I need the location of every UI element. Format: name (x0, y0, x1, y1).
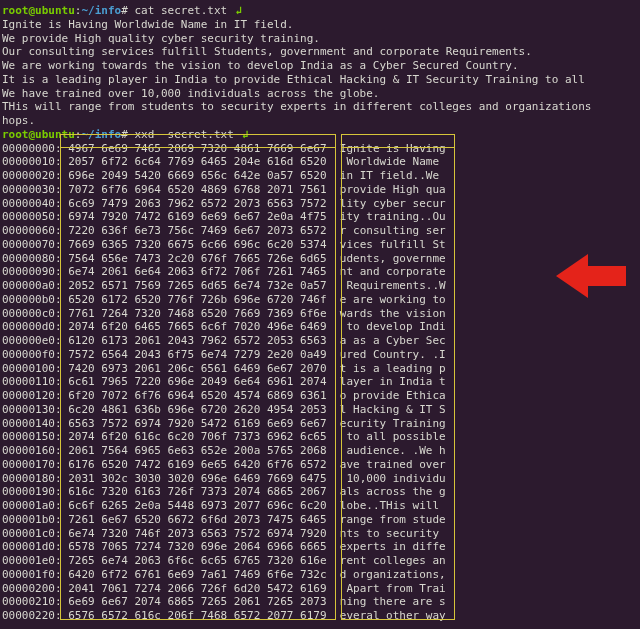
xxd-offset: 000001f0: (2, 568, 62, 581)
xxd-ascii: e are working to (340, 293, 446, 306)
xxd-offset: 00000220: (2, 609, 62, 622)
xxd-row: 00000210: 6e69 6e67 2074 6865 7265 2061 … (2, 595, 640, 609)
xxd-offset: 000000c0: (2, 307, 62, 320)
xxd-offset: 00000130: (2, 403, 62, 416)
xxd-hex: 6c20 4861 636b 696e 6720 2620 4954 2053 (68, 403, 326, 416)
xxd-ascii: 10,000 individu (340, 472, 446, 485)
xxd-hex: 2074 6f20 6465 7665 6c6f 7020 496e 6469 (68, 320, 326, 333)
xxd-offset: 00000140: (2, 417, 62, 430)
xxd-hex: 7072 6f76 6964 6520 4869 6768 2071 7561 (68, 183, 326, 196)
cat-output-line: THis will range from students to securit… (2, 100, 640, 114)
xxd-row: 00000190: 616c 7320 6163 726f 7373 2074 … (2, 485, 640, 499)
cat-output-line: Our consulting services fulfill Students… (2, 45, 640, 59)
xxd-row: 00000040: 6c69 7479 2063 7962 6572 2073 … (2, 197, 640, 211)
xxd-ascii: lobe..THis will (340, 499, 446, 512)
xxd-hex: 4967 6e69 7465 2069 7320 4861 7669 6e67 (68, 142, 326, 155)
cat-output-line: We provide High quality cyber security t… (2, 32, 640, 46)
xxd-row: 00000130: 6c20 4861 636b 696e 6720 2620 … (2, 403, 640, 417)
xxd-row: 000000f0: 7572 6564 2043 6f75 6e74 7279 … (2, 348, 640, 362)
xxd-row: 00000060: 7220 636f 6e73 756c 7469 6e67 … (2, 224, 640, 238)
xxd-hex: 7420 6973 2061 206c 6561 6469 6e67 2070 (68, 362, 326, 375)
xxd-ascii: experts in diffe (340, 540, 446, 553)
xxd-ascii: Worldwide Name (340, 155, 446, 168)
xxd-row: 00000050: 6974 7920 7472 6169 6e69 6e67 … (2, 210, 640, 224)
xxd-offset: 00000170: (2, 458, 62, 471)
xxd-offset: 00000110: (2, 375, 62, 388)
xxd-ascii: lity cyber secur (340, 197, 446, 210)
prompt-user-host: root@ubuntu (2, 4, 75, 17)
xxd-ascii: rent colleges an (340, 554, 446, 567)
xxd-row: 00000170: 6176 6520 7472 6169 6e65 6420 … (2, 458, 640, 472)
xxd-row: 000000c0: 7761 7264 7320 7468 6520 7669 … (2, 307, 640, 321)
xxd-offset: 00000010: (2, 155, 62, 168)
xxd-offset: 00000080: (2, 252, 62, 265)
xxd-row: 000001a0: 6c6f 6265 2e0a 5448 6973 2077 … (2, 499, 640, 513)
xxd-hex: 696e 2049 5420 6669 656c 642e 0a57 6520 (68, 169, 326, 182)
xxd-hex: 7265 6e74 2063 6f6c 6c65 6765 7320 616e (68, 554, 326, 567)
cat-output-line: We are working towards the vision to dev… (2, 59, 640, 73)
command-line-2: root@ubuntu:~/info# xxd secret.txt↲ (2, 128, 640, 142)
xxd-offset: 000001e0: (2, 554, 62, 567)
xxd-row: 00000030: 7072 6f76 6964 6520 4869 6768 … (2, 183, 640, 197)
xxd-hex: 6578 7065 7274 7320 696e 2064 6966 6665 (68, 540, 326, 553)
xxd-row: 00000110: 6c61 7965 7220 696e 2049 6e64 … (2, 375, 640, 389)
xxd-hex: 6576 6572 616c 206f 7468 6572 2077 6179 (68, 609, 326, 622)
xxd-row: 00000140: 6563 7572 6974 7920 5472 6169 … (2, 417, 640, 431)
xxd-offset: 000000a0: (2, 279, 62, 292)
cursor-icon: ↲ (235, 4, 242, 18)
prompt-path: ~/info (81, 128, 121, 141)
xxd-offset: 000000b0: (2, 293, 62, 306)
xxd-row: 00000020: 696e 2049 5420 6669 656c 642e … (2, 169, 640, 183)
command-text: xxd secret.txt (134, 128, 233, 141)
xxd-hex: 6563 7572 6974 7920 5472 6169 6e69 6e67 (68, 417, 326, 430)
xxd-offset: 00000000: (2, 142, 62, 155)
xxd-row: 000000a0: 2052 6571 7569 7265 6d65 6e74 … (2, 279, 640, 293)
xxd-hex: 2074 6f20 616c 6c20 706f 7373 6962 6c65 (68, 430, 326, 443)
xxd-row: 00000120: 6f20 7072 6f76 6964 6520 4574 … (2, 389, 640, 403)
xxd-hex: 6e74 7320 746f 2073 6563 7572 6974 7920 (68, 527, 326, 540)
xxd-ascii: t is a leading p (340, 362, 446, 375)
xxd-ascii: d organizations, (340, 568, 446, 581)
xxd-row: 00000090: 6e74 2061 6e64 2063 6f72 706f … (2, 265, 640, 279)
xxd-hex: 6c69 7479 2063 7962 6572 2073 6563 7572 (68, 197, 326, 210)
xxd-hex: 7261 6e67 6520 6672 6f6d 2073 7475 6465 (68, 513, 326, 526)
command-text: cat secret.txt (134, 4, 227, 17)
xxd-ascii: in IT field..We (340, 169, 446, 182)
xxd-ascii: to develop Indi (340, 320, 446, 333)
xxd-offset: 000001b0: (2, 513, 62, 526)
xxd-ascii: ning there are s (340, 595, 446, 608)
xxd-hex: 7564 656e 7473 2c20 676f 7665 726e 6d65 (68, 252, 326, 265)
xxd-ascii: udents, governme (340, 252, 446, 265)
xxd-hex: 2041 7061 7274 2066 726f 6d20 5472 6169 (68, 582, 326, 595)
xxd-offset: 00000210: (2, 595, 62, 608)
xxd-row: 00000220: 6576 6572 616c 206f 7468 6572 … (2, 609, 640, 623)
xxd-hex: 6e69 6e67 2074 6865 7265 2061 7265 2073 (68, 595, 326, 608)
xxd-hex: 6c6f 6265 2e0a 5448 6973 2077 696c 6c20 (68, 499, 326, 512)
xxd-ascii: ity training..Ou (340, 210, 446, 223)
xxd-offset: 00000160: (2, 444, 62, 457)
xxd-offset: 00000120: (2, 389, 62, 402)
xxd-hex: 6120 6173 2061 2043 7962 6572 2053 6563 (68, 334, 326, 347)
xxd-offset: 00000030: (2, 183, 62, 196)
xxd-ascii: everal other way (340, 609, 446, 622)
xxd-ascii: o provide Ethica (340, 389, 446, 402)
xxd-row: 00000150: 2074 6f20 616c 6c20 706f 7373 … (2, 430, 640, 444)
xxd-ascii: Requirements..W (340, 279, 446, 292)
xxd-hex: 616c 7320 6163 726f 7373 2074 6865 2067 (68, 485, 326, 498)
xxd-ascii: ecurity Training (340, 417, 446, 430)
command-line-1: root@ubuntu:~/info# cat secret.txt↲ (2, 4, 640, 18)
xxd-hex: 7220 636f 6e73 756c 7469 6e67 2073 6572 (68, 224, 326, 237)
xxd-row: 00000100: 7420 6973 2061 206c 6561 6469 … (2, 362, 640, 376)
terminal-output[interactable]: root@ubuntu:~/info# cat secret.txt↲Ignit… (2, 4, 640, 623)
xxd-offset: 00000180: (2, 472, 62, 485)
xxd-row: 00000080: 7564 656e 7473 2c20 676f 7665 … (2, 252, 640, 266)
xxd-row: 000000b0: 6520 6172 6520 776f 726b 696e … (2, 293, 640, 307)
cat-output-line: hops. (2, 114, 640, 128)
xxd-offset: 00000150: (2, 430, 62, 443)
xxd-hex: 6c61 7965 7220 696e 2049 6e64 6961 2074 (68, 375, 326, 388)
xxd-row: 000001e0: 7265 6e74 2063 6f6c 6c65 6765 … (2, 554, 640, 568)
xxd-hex: 2052 6571 7569 7265 6d65 6e74 732e 0a57 (68, 279, 326, 292)
xxd-ascii: l Hacking & IT S (340, 403, 446, 416)
prompt-user-host: root@ubuntu (2, 128, 75, 141)
xxd-offset: 00000070: (2, 238, 62, 251)
